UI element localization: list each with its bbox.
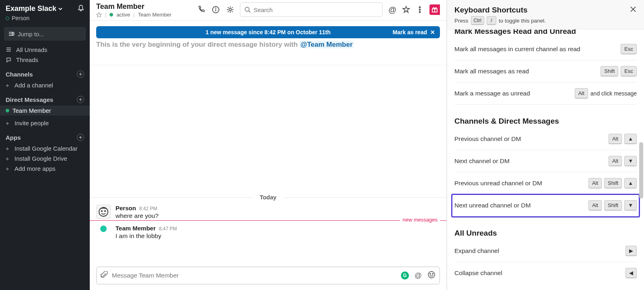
svg-point-10 (419, 9, 421, 10)
info-icon[interactable] (212, 6, 220, 14)
plus-icon: + (6, 145, 11, 152)
panel-header: Keyboard Shortcuts Press Ctrl / to toggl… (447, 0, 644, 29)
star-icon[interactable] (96, 12, 102, 18)
add-app-icon-button[interactable]: + (77, 134, 84, 141)
shortcut-row-highlighted: Next unread channel or DM Alt Shift ▼ (452, 195, 639, 217)
message-author[interactable]: Team Member (116, 225, 156, 232)
call-icon[interactable] (197, 6, 205, 14)
notification-bell-icon[interactable] (77, 4, 85, 13)
svg-point-6 (245, 7, 249, 11)
mark-as-read-button[interactable]: Mark as read ✕ (392, 29, 435, 35)
kbd-key: Shift (604, 178, 622, 188)
main-column: Team Member | active | Team Member @ (90, 0, 447, 290)
more-vert-icon[interactable] (416, 6, 424, 14)
avatar[interactable] (96, 205, 111, 219)
kbd-key: Alt (609, 156, 622, 166)
whats-new-gift-icon[interactable] (429, 4, 440, 15)
svg-point-9 (419, 7, 421, 8)
unread-banner: 1 new message since 8:42 PM on October 1… (96, 26, 440, 38)
message-time: 8:47 PM (159, 226, 177, 232)
mention-icon[interactable]: @ (415, 271, 422, 280)
shortcut-row: Mark all messages as read Shift Esc (454, 60, 637, 83)
svg-line-7 (249, 11, 250, 12)
app-item-label: Install Google Calendar (14, 145, 78, 152)
app-item-google-calendar[interactable]: + Install Google Calendar (0, 143, 90, 153)
apps-label: Apps (6, 134, 21, 141)
message-author[interactable]: Person (116, 205, 136, 211)
compose-input[interactable] (112, 272, 397, 279)
kbd-arrow-up-icon: ▲ (624, 178, 637, 188)
svg-point-11 (419, 12, 421, 13)
panel-subtitle-b: to toggle this panel. (499, 18, 546, 24)
kbd-arrow-right-icon: ▶ (625, 246, 637, 256)
history-text: This is the very beginning of your direc… (96, 41, 299, 48)
app-item-add-more[interactable]: + Add more apps (0, 164, 90, 174)
add-channel-label: Add a channel (14, 82, 53, 89)
invite-label: Invite people (14, 120, 49, 126)
user-name: Person (12, 15, 29, 21)
dm-section-header: Direct Messages + (0, 90, 90, 106)
kbd-key: Alt (588, 200, 602, 211)
shortcut-row: Expand channel ▶ (454, 240, 637, 262)
svg-point-4 (215, 8, 216, 8)
invite-people-item[interactable]: + Invite people (0, 118, 90, 128)
search-icon (244, 6, 250, 13)
add-channel-item[interactable]: + Add a channel (0, 80, 90, 90)
star-outline-icon[interactable] (402, 6, 410, 14)
message-row[interactable]: Person 8:42 PM where are you? (90, 201, 446, 220)
add-channel-icon-button[interactable]: + (77, 70, 84, 78)
user-presence[interactable]: Person (0, 14, 90, 25)
kbd-key: Shift (604, 200, 622, 211)
dm-item-team-member[interactable]: Team Member (0, 106, 90, 116)
shortcut-row: Next channel or DM Alt ▼ (454, 150, 637, 172)
all-unreads-icon (6, 47, 12, 53)
mentions-icon[interactable]: @ (388, 6, 396, 14)
nav-all-unreads[interactable]: All Unreads (0, 45, 90, 55)
shortcut-row: Previous channel or DM Alt ▲ (454, 128, 637, 150)
panel-scroll-area[interactable]: Mark Messages Read and Unread Mark all m… (447, 29, 644, 290)
unread-banner-text: 1 new message since 8:42 PM on October 1… (206, 29, 330, 35)
plus-icon: + (6, 155, 11, 162)
emoji-icon[interactable] (427, 271, 436, 280)
workspace-switcher[interactable]: Example Slack (6, 4, 63, 13)
close-icon[interactable]: ✕ (430, 29, 435, 35)
kbd-arrow-up-icon: ▲ (624, 134, 637, 144)
history-mention[interactable]: @Team Member (299, 41, 353, 48)
scrollbar-thumb[interactable] (639, 142, 643, 199)
app-item-google-drive[interactable]: + Install Google Drive (0, 153, 90, 164)
jump-to-input[interactable]: Jump to... (4, 27, 86, 41)
kbd-arrow-down-icon: ▼ (624, 200, 637, 211)
attach-icon[interactable] (101, 271, 108, 280)
message-composer[interactable]: G @ (96, 267, 440, 284)
shortcut-tail-text: and click message (590, 90, 637, 97)
keyboard-shortcuts-panel: Keyboard Shortcuts Press Ctrl / to toggl… (447, 0, 644, 290)
nav-threads[interactable]: Threads (0, 55, 90, 65)
svg-point-18 (430, 273, 431, 274)
shortcut-label: Next channel or DM (454, 157, 510, 165)
conversation-subtitle: | active | Team Member (96, 12, 171, 18)
message-row[interactable]: Team Member 8:47 PM I am in the lobby (90, 220, 446, 240)
section-title-read-unread: Mark Messages Read and Unread (454, 29, 637, 38)
kbd-key: Shift (601, 66, 618, 77)
date-divider: Today (90, 194, 446, 201)
plus-icon: + (6, 165, 11, 172)
status-name: Team Member (138, 12, 171, 18)
shortcut-label: Mark all messages as read (454, 68, 529, 75)
jump-icon (8, 31, 14, 37)
new-dm-icon-button[interactable]: + (77, 96, 84, 103)
kbd-ctrl: Ctrl (471, 16, 484, 25)
shortcut-row: Mark all messages in current channel as … (454, 38, 637, 60)
gear-icon[interactable] (226, 6, 234, 14)
search-input[interactable] (254, 6, 378, 13)
avatar[interactable] (96, 225, 111, 239)
svg-marker-1 (97, 12, 101, 17)
shortcut-label: Next unread channel or DM (454, 202, 531, 209)
shortcut-row: Collapse channel ◀ (454, 262, 637, 284)
threads-icon (6, 57, 12, 63)
section-title-channels-dm: Channels & Direct Messages (454, 115, 637, 128)
grammarly-icon[interactable]: G (401, 271, 409, 280)
divider (90, 65, 446, 65)
kbd-key: Esc (621, 66, 637, 77)
close-panel-icon[interactable] (630, 6, 637, 14)
search-field[interactable] (240, 2, 383, 17)
